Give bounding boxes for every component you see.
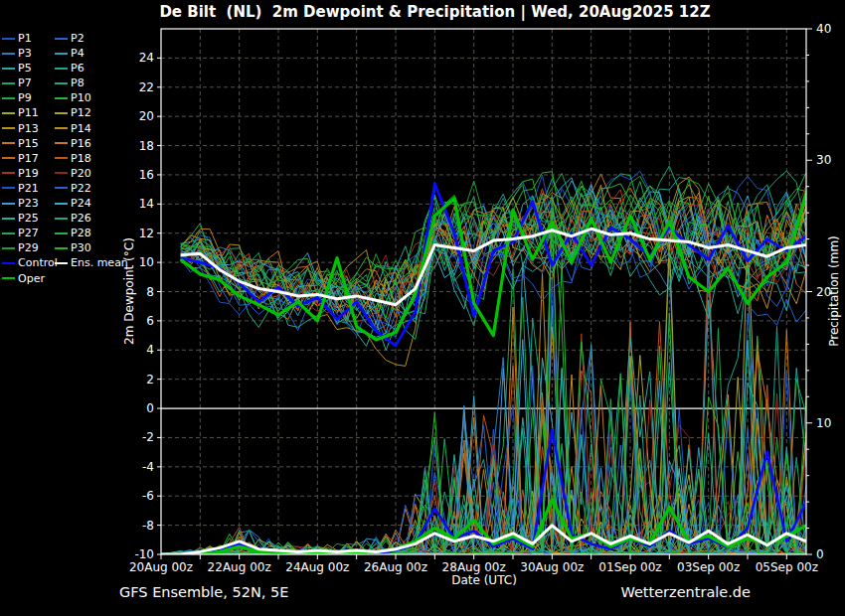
y-right-tick-label: 0: [816, 547, 824, 561]
y-right-tick-label: 40: [816, 22, 831, 36]
x-tick-label: 01Sep 00z: [598, 560, 661, 574]
y-right-tick-label: 10: [816, 416, 831, 430]
x-tick-label: 24Aug 00z: [285, 560, 349, 574]
y-left-tick-label: 0: [146, 401, 154, 415]
series-P17-precip-line: [161, 322, 806, 554]
x-tick-label: 05Sep 00z: [756, 560, 818, 574]
y-left-tick-label: 16: [139, 168, 154, 182]
y-left-tick-label: 2: [146, 373, 154, 386]
x-tick-label: 20Aug 00z: [129, 560, 193, 574]
y-left-axis-title: 2m Dewpoint (°C): [122, 182, 136, 400]
y-right-axis-title: Precipitation (mm): [827, 182, 841, 400]
y-left-tick-label: 10: [139, 255, 154, 269]
x-axis-title: Date (UTC): [385, 573, 584, 587]
y-left-tick-label: 6: [146, 314, 154, 328]
y-left-tick-label: 22: [139, 80, 154, 94]
y-right-tick-label: 30: [816, 153, 831, 167]
meteogram-figure: De Bilt (NL) 2m Dewpoint & Precipitation…: [0, 0, 845, 616]
y-left-tick-label: -2: [142, 430, 154, 444]
y-left-tick-label: -8: [142, 519, 154, 533]
x-tick-label: 22Aug 00z: [208, 560, 271, 574]
footer-brand: Wetterzentrale.de: [620, 584, 751, 600]
y-left-tick-label: 12: [139, 227, 154, 240]
y-left-tick-label: 4: [146, 343, 154, 357]
y-left-tick-label: -6: [142, 489, 154, 503]
footer-model-info: GFS Ensemble, 52N, 5E: [119, 584, 288, 600]
x-tick-label: 03Sep 00z: [677, 560, 740, 574]
y-left-tick-label: 18: [139, 139, 154, 153]
y-left-tick-label: 14: [139, 197, 154, 211]
y-left-tick-label: 20: [139, 109, 154, 123]
series-P7-precip-line: [161, 318, 806, 554]
x-tick-label: 30Aug 00z: [520, 560, 584, 574]
y-left-tick-label: 24: [139, 51, 154, 65]
x-tick-label: 28Aug 00z: [442, 560, 506, 574]
x-tick-label: 26Aug 00z: [364, 560, 427, 574]
y-left-tick-label: -10: [134, 547, 154, 561]
y-left-tick-label: 8: [146, 285, 154, 299]
y-left-tick-label: -4: [142, 460, 154, 474]
